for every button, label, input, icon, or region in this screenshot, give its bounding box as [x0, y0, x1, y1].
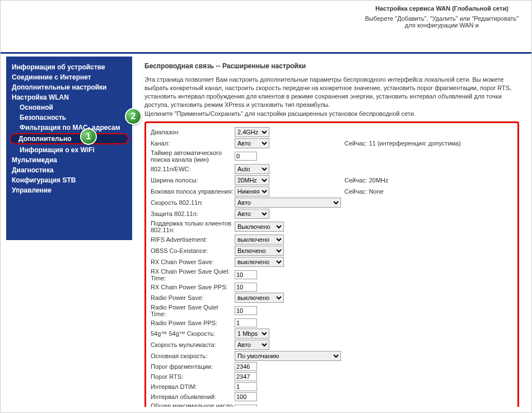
rts-input[interactable]	[235, 372, 257, 381]
frag-label: Порог фрагментации:	[151, 363, 235, 370]
ewc-label: 802.11n/EWC:	[151, 166, 235, 172]
sideband-info: Сейчас: None	[341, 188, 513, 195]
bandwidth-info: Сейчас: 20MHz	[341, 177, 513, 184]
annotation-badge-2: 2	[125, 108, 142, 125]
radio-pps-label: Radio Power Save PPS:	[151, 320, 235, 326]
sidebar-item-wlan-advanced[interactable]: Дополнительно	[10, 133, 129, 144]
rxchain-select[interactable]: выключено	[235, 257, 284, 267]
obss-label: OBSS Co-Existance:	[151, 247, 235, 254]
beacon-label: Интервал объявлений:	[151, 393, 235, 400]
page-desc-1: Эта страница позволяет Вам настроить доп…	[144, 76, 519, 109]
header-subtitle: Выберете "Добавить", "Удалить" или "Реда…	[363, 15, 520, 29]
page-desc-2: Щелкните "Применить/Сохранить" для настр…	[144, 110, 519, 118]
autoscan-label: Таймер автоматического поиска канала (ми…	[151, 149, 235, 163]
basic-rate-label: Основная скорость:	[151, 353, 235, 359]
rts-label: Порог RTS:	[151, 373, 235, 380]
channel-select[interactable]: Авто	[235, 138, 269, 148]
dtim-input[interactable]	[235, 382, 257, 391]
sideband-select[interactable]: Нижняя	[235, 186, 269, 196]
g54-label: 54g™ 54g™ Скорость:	[151, 330, 235, 337]
radio-ps-label: Radio Power Save:	[151, 294, 235, 301]
sidebar-item-wlan[interactable]: Настройка WLAN	[6, 92, 132, 102]
autoscan-input[interactable]	[235, 152, 257, 161]
rxchain-qt-input[interactable]	[235, 270, 257, 279]
basic-rate-select[interactable]: По умолчанию	[235, 351, 341, 361]
header-title: Настройка сервиса WAN (Глобальной сети)	[363, 5, 520, 12]
sidebar-item-wlan-security[interactable]: Безопасность	[6, 112, 132, 123]
bandwidth-select[interactable]: 20MHz	[235, 175, 269, 185]
ewc-select[interactable]: Auto	[235, 164, 269, 174]
sidebar-item-internet[interactable]: Соединение с Интернет	[6, 72, 132, 82]
rxchain-qt-label: RX Chain Power Save Quiet Time:	[151, 268, 235, 281]
rxchain-label: RX Chain Power Save:	[151, 259, 235, 265]
sidebar-item-multimedia[interactable]: Мультимедиа	[6, 155, 132, 165]
sidebar-item-diagnostics[interactable]: Диагностика	[6, 165, 132, 175]
radio-ps-select[interactable]: выключено	[235, 293, 284, 303]
beacon-input[interactable]	[235, 392, 257, 401]
rifs-select[interactable]: выключено	[235, 234, 284, 245]
rxchain-pps-input[interactable]	[235, 283, 257, 292]
multicast-label: Скорость мультикаста:	[151, 341, 235, 348]
radio-qt-input[interactable]	[235, 306, 257, 315]
sidebar-item-advanced[interactable]: Дополнительные настройки	[6, 82, 132, 92]
g54-select[interactable]: 1 Mbps	[235, 328, 269, 339]
rate-n-select[interactable]: Авто	[235, 198, 341, 208]
protection-n-select[interactable]: Авто	[235, 209, 269, 219]
radio-pps-input[interactable]	[235, 318, 257, 327]
channel-label: Канал:	[151, 140, 235, 147]
sidebar-item-devinfo[interactable]: Информация об устройстве	[6, 62, 132, 72]
radio-qt-label: Radio Power Save Quiet Time:	[151, 304, 235, 317]
obss-select[interactable]: Включено	[235, 246, 284, 256]
sidebar-item-stb[interactable]: Конфигурация STB	[6, 175, 132, 185]
clients-n-label: Поддержка только клиентов 802.11n:	[151, 220, 235, 233]
sidebar-item-wlan-basic[interactable]: Основной	[6, 102, 132, 112]
maxclients-label: Общее максимальное число клиентов:	[151, 402, 235, 407]
multicast-select[interactable]: Авто	[235, 340, 269, 350]
sidebar-item-management[interactable]: Управление	[6, 185, 132, 195]
divider	[1, 52, 531, 54]
bandwidth-label: Ширина полосы:	[151, 177, 235, 184]
main-content: Беспроводная связь -- Расширенные настро…	[138, 57, 526, 407]
page-title: Беспроводная связь -- Расширенные настро…	[144, 62, 519, 70]
sideband-label: Боковая полоса управления:	[151, 188, 235, 195]
sidebar-item-wlan-info[interactable]: Информация о ex WiFi	[6, 145, 132, 155]
band-label: Диапазон:	[151, 129, 235, 135]
settings-panel: Диапазон:2.4GHz Канал:АвтоСейчас: 11 (ин…	[144, 121, 519, 407]
frag-input[interactable]	[235, 362, 257, 371]
rifs-label: RIFS Advertisement:	[151, 236, 235, 243]
clients-n-select[interactable]: Выключено	[235, 222, 284, 232]
annotation-badge-1: 1	[80, 128, 97, 145]
sidebar: Информация об устройстве Соединение с Ин…	[6, 57, 132, 240]
rate-n-label: Скорость 802.11n:	[151, 199, 235, 206]
channel-info: Сейчас: 11 (интерференция: допустима)	[341, 140, 513, 147]
protection-n-label: Защита 802.11n:	[151, 210, 235, 217]
header-info: Настройка сервиса WAN (Глобальной сети) …	[352, 1, 531, 33]
maxclients-input[interactable]	[235, 405, 257, 407]
band-select[interactable]: 2.4GHz	[235, 127, 269, 137]
sidebar-item-wlan-macfilter[interactable]: Фильтрация по MAC- адресам	[6, 123, 132, 133]
rxchain-pps-label: RX Chain Power Save PPS:	[151, 284, 235, 290]
dtim-label: Интервал DTIM:	[151, 383, 235, 390]
